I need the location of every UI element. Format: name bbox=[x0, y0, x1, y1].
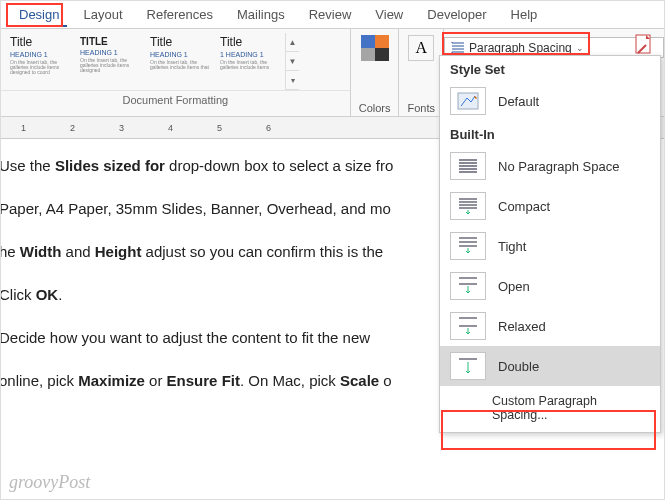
menu-item-no-paragraph-space[interactable]: No Paragraph Space bbox=[440, 146, 660, 186]
ribbon-tabs: Design Layout References Mailings Review… bbox=[1, 1, 664, 29]
style-gallery[interactable]: Title Heading 1 On the Insert tab, the g… bbox=[1, 29, 350, 91]
ribbon-group-colors[interactable]: Colors bbox=[351, 29, 400, 116]
paragraph-spacing-label: Paragraph Spacing bbox=[469, 41, 572, 55]
spacing-icon bbox=[450, 312, 486, 340]
tab-developer[interactable]: Developer bbox=[415, 3, 498, 26]
menu-item-label: Double bbox=[498, 359, 650, 374]
default-icon bbox=[450, 87, 486, 115]
menu-item-open[interactable]: Open bbox=[440, 266, 660, 306]
tab-mailings[interactable]: Mailings bbox=[225, 3, 297, 26]
chevron-down-icon[interactable]: ▼ bbox=[286, 52, 299, 71]
menu-item-tight[interactable]: Tight bbox=[440, 226, 660, 266]
tab-references[interactable]: References bbox=[135, 3, 225, 26]
menu-item-compact[interactable]: Compact bbox=[440, 186, 660, 226]
tab-help[interactable]: Help bbox=[499, 3, 550, 26]
ribbon-group-label: Document Formatting bbox=[1, 91, 350, 109]
chevron-down-icon: ⌄ bbox=[576, 43, 584, 53]
page-icon[interactable] bbox=[632, 33, 656, 57]
style-tile[interactable]: TITLE HEADING 1 On the Insert tab, the g… bbox=[75, 33, 145, 90]
ribbon-group-document-formatting: Title Heading 1 On the Insert tab, the g… bbox=[1, 29, 351, 116]
expand-gallery-icon[interactable]: ▾ bbox=[286, 71, 299, 90]
spacing-icon bbox=[450, 152, 486, 180]
style-tile[interactable]: Title Heading 1 On the Insert tab, the g… bbox=[5, 33, 75, 90]
spacing-icon bbox=[450, 272, 486, 300]
spacing-icon bbox=[450, 192, 486, 220]
menu-item-relaxed[interactable]: Relaxed bbox=[440, 306, 660, 346]
paragraph-spacing-icon bbox=[451, 41, 465, 55]
watermark: groovyPost bbox=[9, 472, 90, 493]
tab-design[interactable]: Design bbox=[7, 3, 71, 26]
style-tile[interactable]: Title Heading 1 On the Insert tab, the g… bbox=[145, 33, 215, 90]
menu-item-double[interactable]: Double bbox=[440, 346, 660, 386]
spacing-icon bbox=[450, 232, 486, 260]
svg-rect-1 bbox=[458, 93, 478, 109]
spacing-icon bbox=[450, 352, 486, 380]
menu-item-label: Open bbox=[498, 279, 650, 294]
menu-item-custom-spacing[interactable]: Custom Paragraph Spacing... bbox=[440, 386, 660, 428]
menu-item-label: Default bbox=[498, 94, 650, 109]
tab-view[interactable]: View bbox=[363, 3, 415, 26]
fonts-icon: A bbox=[408, 35, 434, 61]
style-tile[interactable]: Title 1 Heading 1 On the Insert tab, the… bbox=[215, 33, 285, 90]
menu-item-label: Relaxed bbox=[498, 319, 650, 334]
dropdown-section-style-set: Style Set bbox=[440, 56, 660, 81]
colors-icon bbox=[361, 35, 389, 61]
menu-item-label: No Paragraph Space bbox=[498, 159, 650, 174]
menu-item-label: Compact bbox=[498, 199, 650, 214]
paragraph-spacing-dropdown: Style Set Default Built-In No Paragraph … bbox=[439, 55, 661, 433]
menu-item-default[interactable]: Default bbox=[440, 81, 660, 121]
fonts-label: Fonts bbox=[407, 100, 435, 114]
chevron-up-icon[interactable]: ▲ bbox=[286, 33, 299, 52]
colors-label: Colors bbox=[359, 100, 391, 114]
tab-layout[interactable]: Layout bbox=[71, 3, 134, 26]
style-gallery-scroll[interactable]: ▲ ▼ ▾ bbox=[285, 33, 299, 90]
menu-item-label: Tight bbox=[498, 239, 650, 254]
ribbon-group-fonts[interactable]: A Fonts bbox=[399, 29, 444, 116]
tab-review[interactable]: Review bbox=[297, 3, 364, 26]
dropdown-section-built-in: Built-In bbox=[440, 121, 660, 146]
